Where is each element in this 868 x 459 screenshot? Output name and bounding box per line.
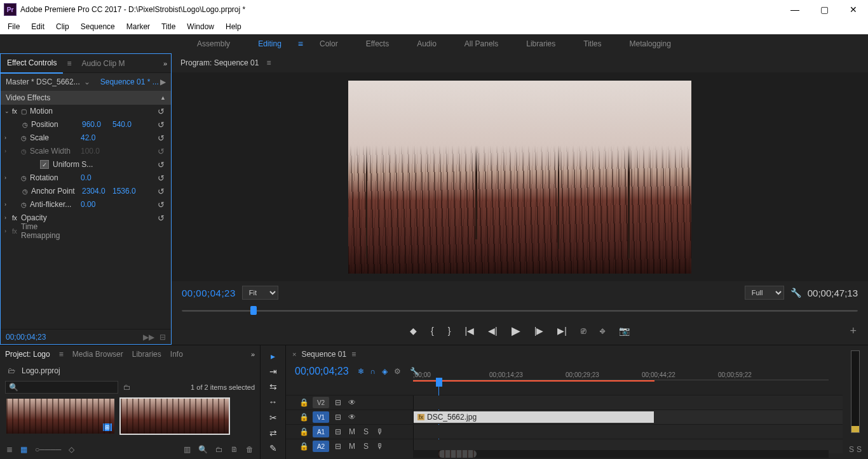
panel-menu-icon[interactable]: ≡ [59, 350, 64, 359]
sort-icon[interactable]: ◇ [69, 445, 74, 454]
reset-icon[interactable]: ↺ [154, 213, 167, 223]
playhead-icon[interactable] [436, 378, 442, 387]
find-icon[interactable]: 🔍 [198, 445, 208, 454]
lock-icon[interactable]: 🔒 [299, 398, 309, 407]
new-item-icon[interactable]: 🗎 [231, 445, 238, 454]
play-icon[interactable]: ▶ [512, 324, 520, 338]
sequence-tab[interactable]: Sequence 01 [301, 350, 346, 359]
collapse-icon[interactable]: ▲ [160, 95, 166, 101]
fit-select[interactable]: Fit [242, 286, 278, 300]
close-button[interactable]: ✕ [839, 0, 868, 19]
tab-audio-clip-mixer[interactable]: Audio Clip M [76, 54, 132, 73]
list-view-icon[interactable]: ≣ [6, 445, 13, 454]
rate-stretch-tool-icon[interactable]: ↔ [264, 396, 282, 408]
icon-view-icon[interactable]: ▦ [20, 445, 27, 454]
tab-project[interactable]: Project: Logo [5, 350, 50, 359]
mute-button[interactable]: M [347, 427, 357, 436]
position-x[interactable]: 960.0 [82, 120, 112, 129]
tab-libraries[interactable]: Libraries [132, 350, 161, 359]
tab-effect-controls[interactable]: Effect Controls [1, 53, 63, 74]
track-v2-label[interactable]: V2 [313, 397, 329, 408]
uniform-scale-checkbox[interactable]: ✓ [40, 160, 49, 169]
program-scrubber[interactable] [182, 304, 858, 317]
panel-menu-icon[interactable]: ≡ [266, 58, 271, 67]
lock-icon[interactable]: 🔒 [299, 413, 309, 422]
lock-icon[interactable]: 🔒 [299, 442, 309, 451]
sync-lock-icon[interactable]: ⊟ [333, 398, 343, 407]
go-to-in-icon[interactable]: |◀ [465, 326, 474, 336]
project-search-input[interactable] [5, 381, 118, 394]
in-point-icon[interactable]: { [431, 326, 434, 336]
motion-rect-icon[interactable]: ▢ [21, 108, 30, 115]
add-marker-icon[interactable]: ◈ [382, 367, 388, 376]
twirl-icon[interactable]: › [4, 215, 12, 221]
timeline-settings-icon[interactable]: ⚙ [394, 367, 401, 376]
go-to-out-icon[interactable]: ▶| [557, 326, 567, 336]
menu-sequence[interactable]: Sequence [76, 21, 120, 32]
ws-effects[interactable]: Effects [352, 34, 403, 53]
reset-icon[interactable]: ↺ [154, 200, 167, 210]
master-clip-label[interactable]: Master * DSC_5662... [6, 77, 80, 86]
extract-icon[interactable]: ⎆ [600, 326, 605, 336]
reset-icon[interactable]: ↺ [154, 173, 167, 183]
sync-lock-icon[interactable]: ⊟ [333, 413, 343, 422]
reset-icon[interactable]: ↺ [154, 133, 167, 143]
menu-help[interactable]: Help [220, 21, 247, 32]
position-y[interactable]: 540.0 [112, 120, 143, 129]
twirl-icon[interactable]: › [4, 135, 12, 141]
timeline-hscroll[interactable] [413, 450, 829, 458]
anchor-y[interactable]: 1536.0 [112, 187, 143, 196]
lift-icon[interactable]: ⎚ [581, 326, 586, 336]
tab-media-browser[interactable]: Media Browser [72, 350, 123, 359]
tab-info[interactable]: Info [170, 350, 183, 359]
solo-button[interactable]: S [361, 442, 371, 451]
maximize-button[interactable]: ▢ [810, 0, 839, 19]
menu-edit[interactable]: Edit [26, 21, 50, 32]
out-point-icon[interactable]: } [448, 326, 451, 336]
close-sequence-icon[interactable]: × [292, 350, 296, 358]
twirl-icon[interactable]: › [4, 201, 12, 208]
track-v1-label[interactable]: V1 [313, 411, 329, 423]
fx-foot-icon[interactable]: ▶▶ [143, 333, 154, 342]
minimize-button[interactable]: — [780, 0, 810, 19]
playhead-icon[interactable] [250, 306, 257, 315]
ws-color[interactable]: Color [306, 34, 352, 53]
track-a1-label[interactable]: A1 [313, 426, 329, 437]
rotation-value[interactable]: 0.0 [81, 173, 111, 182]
project-thumbnail[interactable]: ⊞ [6, 399, 114, 434]
snap-icon[interactable]: ❄ [358, 367, 364, 376]
stopwatch-icon[interactable]: ◷ [21, 175, 30, 182]
bin-icon[interactable]: 🗁 [8, 366, 15, 375]
stopwatch-icon[interactable]: ◷ [21, 135, 30, 142]
reset-icon[interactable]: ↺ [154, 147, 167, 156]
menu-clip[interactable]: Clip [51, 21, 74, 32]
lock-icon[interactable]: 🔒 [299, 427, 309, 436]
voiceover-icon[interactable]: 🎙 [375, 442, 385, 451]
new-bin-icon[interactable]: 🗀 [123, 383, 131, 392]
timeline-clip[interactable]: fx DSC_5662.jpg [414, 411, 654, 423]
sequence-clip-label[interactable]: Sequence 01 * ... [100, 77, 159, 86]
eye-icon[interactable]: 👁 [347, 398, 357, 407]
track-select-tool-icon[interactable]: ⇥ [264, 366, 282, 377]
panel-menu-icon[interactable]: ≡ [351, 350, 356, 359]
ws-allpanels[interactable]: All Panels [451, 34, 512, 53]
twirl-icon[interactable]: › [4, 228, 12, 234]
step-forward-icon[interactable]: |▶ [534, 326, 544, 336]
selection-tool-icon[interactable]: ▸ [264, 350, 282, 362]
razor-tool-icon[interactable]: ✂ [264, 412, 282, 423]
reset-icon[interactable]: ↺ [154, 120, 167, 130]
sync-lock-icon[interactable]: ⊟ [333, 442, 343, 451]
ws-metalogging[interactable]: Metalogging [616, 34, 685, 53]
new-bin-icon[interactable]: 🗀 [215, 445, 223, 454]
settings-icon[interactable]: 🔧 [790, 288, 801, 298]
ws-editing[interactable]: Editing [244, 34, 295, 53]
export-frame-icon[interactable]: 📷 [619, 326, 630, 336]
fx-badge-icon[interactable]: fx [12, 215, 21, 222]
track-a1-lane[interactable] [413, 425, 843, 439]
panel-overflow-icon[interactable]: » [163, 60, 167, 67]
track-v2-lane[interactable] [413, 396, 843, 409]
program-timecode[interactable]: 00;00;04;23 [182, 288, 236, 298]
reset-icon[interactable]: ↺ [154, 107, 167, 116]
marker-icon[interactable]: ◆ [410, 326, 417, 336]
anchor-x[interactable]: 2304.0 [82, 187, 112, 196]
